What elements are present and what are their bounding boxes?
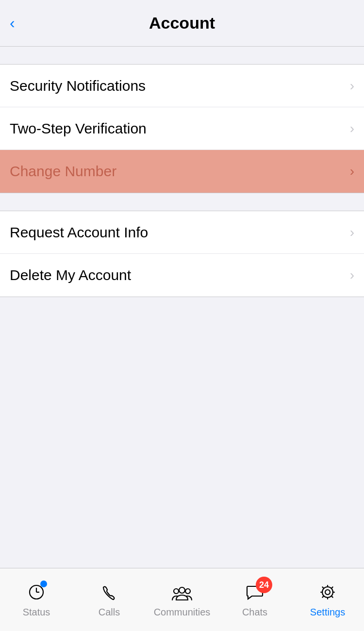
delete-my-account-item[interactable]: Delete My Account › (0, 254, 364, 297)
chats-tab-label: Chats (242, 607, 267, 618)
chevron-icon: › (350, 225, 354, 240)
svg-point-5 (185, 589, 190, 594)
chevron-icon: › (350, 121, 354, 136)
status-tab-label: Status (23, 607, 50, 618)
account-management-section: Request Account Info › Delete My Account… (0, 211, 364, 297)
page-title: Account (149, 14, 215, 33)
security-notifications-label: Security Notifications (10, 78, 146, 94)
request-account-info-label: Request Account Info (10, 224, 148, 241)
security-section: Security Notifications › Two-Step Verifi… (0, 64, 364, 193)
communities-tab-label: Communities (154, 607, 211, 618)
settings-icon (316, 581, 339, 604)
settings-tab-label: Settings (310, 607, 345, 618)
svg-point-7 (322, 587, 333, 598)
back-button[interactable]: ‹ (10, 14, 15, 32)
status-dot-indicator (40, 581, 47, 587)
tab-communities[interactable]: Communities (146, 577, 218, 618)
chats-badge: 24 (256, 577, 272, 593)
navigation-bar: ‹ Account (0, 0, 364, 47)
svg-point-6 (325, 590, 330, 595)
tab-bar: Status Calls Communities (0, 568, 364, 631)
tab-chats[interactable]: 24 Chats (218, 577, 291, 618)
chevron-icon: › (350, 78, 354, 94)
tab-calls[interactable]: Calls (73, 577, 146, 618)
tab-settings[interactable]: Settings (291, 577, 364, 618)
change-number-label: Change Number (10, 163, 116, 180)
chevron-icon: › (350, 164, 354, 179)
calls-tab-label: Calls (99, 607, 120, 618)
change-number-item[interactable]: Change Number › (0, 150, 364, 193)
security-notifications-item[interactable]: Security Notifications › (0, 65, 364, 107)
status-icon (25, 581, 48, 604)
top-spacer (0, 47, 364, 64)
svg-point-3 (179, 587, 185, 593)
communities-icon (170, 581, 194, 604)
middle-spacer (0, 193, 364, 211)
chats-icon: 24 (243, 581, 266, 604)
chevron-icon: › (350, 267, 354, 283)
two-step-verification-label: Two-Step Verification (10, 120, 147, 137)
two-step-verification-item[interactable]: Two-Step Verification › (0, 107, 364, 150)
delete-my-account-label: Delete My Account (10, 267, 131, 283)
main-content-area (0, 297, 364, 568)
svg-point-4 (174, 589, 179, 594)
calls-icon (98, 581, 121, 604)
tab-status[interactable]: Status (0, 577, 73, 618)
request-account-info-item[interactable]: Request Account Info › (0, 211, 364, 254)
